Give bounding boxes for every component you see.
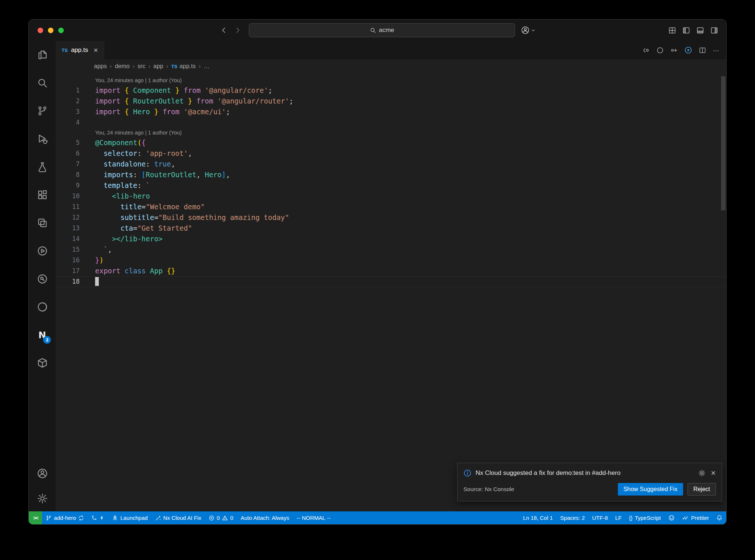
remote-indicator[interactable]: >< [29,511,42,524]
more-actions-icon[interactable]: ··· [713,46,719,55]
codelens-row[interactable]: You, 24 minutes ago | 1 author (You) [56,128,726,137]
toggle-sidebar-icon[interactable] [682,27,690,34]
rocket-icon [112,515,118,521]
arrow-right-icon [234,26,242,34]
toggle-panel-icon[interactable] [696,27,704,34]
language-mode-item[interactable]: {} TypeScript [625,511,664,524]
notification-source: Source: Nx Console [463,486,514,493]
launchpad-item[interactable]: Launchpad [108,511,151,524]
line-content: `, [95,244,726,255]
reject-button[interactable]: Reject [688,483,716,496]
notifications-bell-item[interactable] [713,511,726,524]
back-button[interactable] [219,26,228,35]
forward-button[interactable] [233,26,242,35]
code-line[interactable]: 17export class App {} [56,266,726,276]
search-circle-icon [37,273,48,284]
settings-button[interactable] [29,486,56,511]
code-line[interactable]: 18 [56,276,726,287]
notification-settings-gear-icon[interactable] [698,469,706,477]
status-bar: >< add-hero Launchpad Nx Cloud AI Fix 0 … [29,511,726,524]
toggle-secondary-sidebar-icon[interactable] [710,27,718,34]
run-targets-view-button[interactable] [29,237,56,265]
breadcrumb-item-apps[interactable]: apps [94,63,107,70]
code-editor[interactable]: You, 24 minutes ago | 1 author (You)1imp… [56,73,726,511]
breadcrumb-item-src[interactable]: src [138,63,145,70]
chevron-down-icon [531,28,536,33]
code-line[interactable]: 5@Component({ [56,137,726,148]
codelens-row[interactable]: You, 24 minutes ago | 1 author (You) [56,76,726,85]
nx-cloud-status-item[interactable] [88,511,108,524]
search-tools-view-button[interactable] [29,265,56,293]
source-control-view-button[interactable] [29,97,56,125]
breadcrumb-item-demo[interactable]: demo [115,63,129,70]
code-line[interactable]: 11 title="Welcmoe demo" [56,202,726,212]
breadcrumb-item-file[interactable]: TS app.ts [171,63,195,70]
account-menu[interactable] [521,26,536,35]
code-line[interactable]: 9 template: ` [56,180,726,191]
git-branch-item[interactable]: add-hero [42,511,88,524]
code-line[interactable]: 7 standalone: true, [56,159,726,169]
line-number: 17 [56,266,95,276]
search-view-button[interactable] [29,69,56,97]
eol-item[interactable]: LF [612,511,626,524]
warning-count: 0 [230,515,233,521]
nx-console-view-button[interactable]: N 3 [29,321,56,349]
testing-view-button[interactable] [29,153,56,181]
notification-close-icon[interactable]: ✕ [711,469,716,477]
breadcrumb-item-app[interactable]: app [153,63,163,70]
command-center-search[interactable]: acme [249,23,515,37]
run-arrow-icon[interactable] [670,46,678,54]
line-content: template: ` [95,180,726,191]
code-line[interactable]: 8 imports: [RouterOutlet, Hero], [56,169,726,180]
close-window-button[interactable] [38,28,43,33]
cursor-position-item[interactable]: Ln 18, Col 1 [519,511,557,524]
code-line[interactable]: 10 <lib-hero [56,191,726,202]
code-line[interactable]: 2import { RouterOutlet } from '@angular/… [56,96,726,106]
code-line[interactable]: 13 cta="Get Started" [56,223,726,234]
line-content: }) [95,255,726,266]
main-area: N 3 TS app.ts × [29,41,726,511]
run-file-play-icon[interactable] [684,46,692,54]
play-circle-icon [37,245,48,256]
editor-groups-view-button[interactable] [29,209,56,237]
vim-mode-item[interactable]: -- NORMAL -- [293,511,334,524]
vertical-scrollbar[interactable] [721,76,726,210]
split-editor-icon[interactable] [699,46,706,54]
customize-layout-icon[interactable] [668,27,676,34]
code-line[interactable]: 6 selector: 'app-root', [56,148,726,159]
prettier-item[interactable]: ✓✓ Prettier [678,511,713,524]
feedback-item[interactable] [665,511,678,524]
zoom-window-button[interactable] [58,28,64,33]
breadcrumb-item-symbol[interactable]: … [203,63,209,70]
indentation-item[interactable]: Spaces: 2 [557,511,589,524]
code-line[interactable]: 14 ></lib-hero> [56,234,726,244]
auto-attach-item[interactable]: Auto Attach: Always [237,511,293,524]
nx-cloud-ai-fix-item[interactable]: Nx Cloud AI Fix [152,511,205,524]
package-view-button[interactable] [29,349,56,377]
breadcrumb: apps › demo › src › app › TS app.ts › … [56,59,726,73]
code-line[interactable]: 1import { Component } from '@angular/cor… [56,85,726,96]
git-branch-icon [46,515,52,521]
code-line[interactable]: 16}) [56,255,726,266]
open-changes-icon[interactable] [642,46,650,54]
extension-logo-view-button[interactable] [29,293,56,321]
files-icon [37,49,48,60]
encoding-item[interactable]: UTF-8 [588,511,612,524]
notification-footer: Source: Nx Console Show Suggested Fix Re… [463,483,716,496]
code-line[interactable]: 3import { Hero } from '@acme/ui'; [56,106,726,117]
minimize-window-button[interactable] [48,28,53,33]
line-number: 4 [56,117,95,128]
tab-app-ts[interactable]: TS app.ts × [56,41,104,59]
accounts-button[interactable] [29,461,56,486]
code-line[interactable]: 4 [56,117,726,128]
show-suggested-fix-button[interactable]: Show Suggested Fix [618,483,683,496]
extensions-view-button[interactable] [29,181,56,209]
breadcrumb-separator: › [166,63,168,70]
code-line[interactable]: 12 subtitle="Build something amazing tod… [56,212,726,223]
problems-item[interactable]: 0 0 [205,511,237,524]
explorer-view-button[interactable] [29,41,56,69]
circle-icon[interactable] [656,46,664,54]
run-debug-view-button[interactable] [29,125,56,153]
close-tab-icon[interactable]: × [94,46,98,55]
code-line[interactable]: 15 `, [56,244,726,255]
